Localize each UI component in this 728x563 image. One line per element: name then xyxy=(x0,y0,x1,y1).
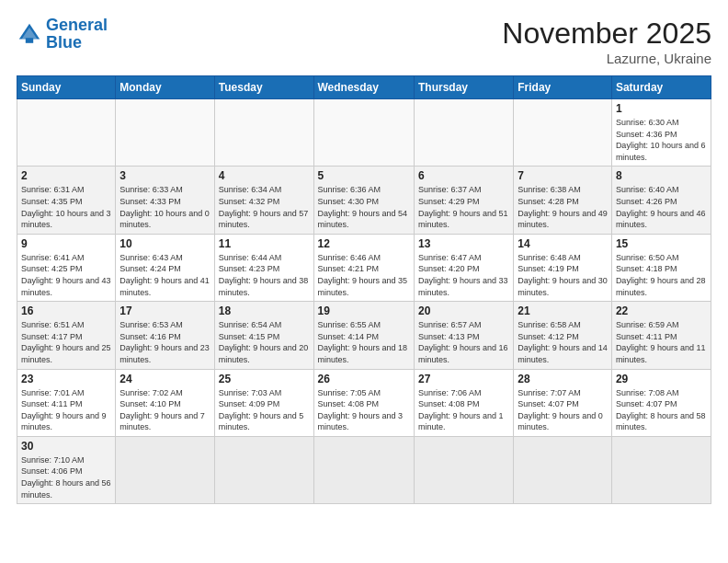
table-row: 24Sunrise: 7:02 AM Sunset: 4:10 PM Dayli… xyxy=(116,369,214,436)
table-row xyxy=(514,99,612,167)
table-row: 29Sunrise: 7:08 AM Sunset: 4:07 PM Dayli… xyxy=(611,369,711,436)
day-number: 25 xyxy=(219,373,310,385)
page: GeneralBlue November 2025 Lazurne, Ukrai… xyxy=(0,0,728,563)
table-row: 20Sunrise: 6:57 AM Sunset: 4:13 PM Dayli… xyxy=(414,302,513,369)
day-number: 26 xyxy=(318,373,410,385)
day-info: Sunrise: 7:05 AM Sunset: 4:08 PM Dayligh… xyxy=(318,387,410,433)
day-number: 16 xyxy=(21,304,111,317)
header-friday: Friday xyxy=(514,76,612,99)
day-number: 3 xyxy=(119,169,210,182)
table-row xyxy=(214,99,313,167)
table-row xyxy=(214,436,313,503)
day-info: Sunrise: 6:46 AM Sunset: 4:21 PM Dayligh… xyxy=(318,252,410,298)
calendar-title: November 2025 xyxy=(502,17,711,51)
day-info: Sunrise: 7:01 AM Sunset: 4:11 PM Dayligh… xyxy=(21,387,111,433)
day-info: Sunrise: 6:57 AM Sunset: 4:13 PM Dayligh… xyxy=(418,319,509,365)
table-row xyxy=(414,436,513,503)
day-info: Sunrise: 6:34 AM Sunset: 4:32 PM Dayligh… xyxy=(219,184,310,230)
table-row: 19Sunrise: 6:55 AM Sunset: 4:14 PM Dayli… xyxy=(313,302,414,369)
table-row xyxy=(611,436,711,503)
day-number: 8 xyxy=(616,169,707,182)
day-number: 15 xyxy=(616,237,707,250)
header-monday: Monday xyxy=(116,76,214,99)
calendar-week-row: 30Sunrise: 7:10 AM Sunset: 4:06 PM Dayli… xyxy=(17,436,711,503)
day-info: Sunrise: 6:58 AM Sunset: 4:12 PM Dayligh… xyxy=(518,319,608,365)
table-row: 12Sunrise: 6:46 AM Sunset: 4:21 PM Dayli… xyxy=(313,234,414,301)
table-row: 14Sunrise: 6:48 AM Sunset: 4:19 PM Dayli… xyxy=(514,234,612,301)
day-info: Sunrise: 7:10 AM Sunset: 4:06 PM Dayligh… xyxy=(21,454,111,500)
day-info: Sunrise: 7:02 AM Sunset: 4:10 PM Dayligh… xyxy=(119,387,210,433)
calendar-week-row: 16Sunrise: 6:51 AM Sunset: 4:17 PM Dayli… xyxy=(17,302,711,369)
table-row: 10Sunrise: 6:43 AM Sunset: 4:24 PM Dayli… xyxy=(116,234,214,301)
day-number: 5 xyxy=(318,169,410,182)
generalblue-logo-icon xyxy=(17,21,42,47)
header-wednesday: Wednesday xyxy=(313,76,414,99)
day-number: 19 xyxy=(318,304,410,317)
day-info: Sunrise: 7:06 AM Sunset: 4:08 PM Dayligh… xyxy=(418,387,509,433)
day-info: Sunrise: 7:08 AM Sunset: 4:07 PM Dayligh… xyxy=(616,387,707,433)
table-row xyxy=(116,99,214,167)
day-number: 27 xyxy=(418,373,509,385)
day-info: Sunrise: 6:53 AM Sunset: 4:16 PM Dayligh… xyxy=(119,319,210,365)
day-info: Sunrise: 6:33 AM Sunset: 4:33 PM Dayligh… xyxy=(119,184,210,230)
day-number: 28 xyxy=(518,373,608,385)
day-number: 20 xyxy=(418,304,509,317)
day-number: 23 xyxy=(21,373,111,385)
table-row: 26Sunrise: 7:05 AM Sunset: 4:08 PM Dayli… xyxy=(313,369,414,436)
table-row: 5Sunrise: 6:36 AM Sunset: 4:30 PM Daylig… xyxy=(313,167,414,234)
day-info: Sunrise: 6:37 AM Sunset: 4:29 PM Dayligh… xyxy=(418,184,509,230)
table-row: 22Sunrise: 6:59 AM Sunset: 4:11 PM Dayli… xyxy=(611,302,711,369)
table-row: 28Sunrise: 7:07 AM Sunset: 4:07 PM Dayli… xyxy=(514,369,612,436)
calendar-header-row: Sunday Monday Tuesday Wednesday Thursday… xyxy=(17,76,711,99)
table-row xyxy=(514,436,612,503)
day-info: Sunrise: 6:40 AM Sunset: 4:26 PM Dayligh… xyxy=(616,184,707,230)
title-block: November 2025 Lazurne, Ukraine xyxy=(502,17,711,66)
day-number: 14 xyxy=(518,237,608,250)
day-number: 30 xyxy=(21,440,111,453)
day-info: Sunrise: 6:48 AM Sunset: 4:19 PM Dayligh… xyxy=(518,252,608,298)
table-row: 17Sunrise: 6:53 AM Sunset: 4:16 PM Dayli… xyxy=(116,302,214,369)
header: GeneralBlue November 2025 Lazurne, Ukrai… xyxy=(17,17,711,66)
day-number: 29 xyxy=(616,373,707,385)
table-row: 18Sunrise: 6:54 AM Sunset: 4:15 PM Dayli… xyxy=(214,302,313,369)
table-row: 4Sunrise: 6:34 AM Sunset: 4:32 PM Daylig… xyxy=(214,167,313,234)
calendar-week-row: 2Sunrise: 6:31 AM Sunset: 4:35 PM Daylig… xyxy=(17,167,711,234)
day-number: 9 xyxy=(21,237,111,250)
svg-rect-2 xyxy=(26,38,33,43)
day-number: 12 xyxy=(318,237,410,250)
day-info: Sunrise: 6:51 AM Sunset: 4:17 PM Dayligh… xyxy=(21,319,111,365)
day-info: Sunrise: 6:43 AM Sunset: 4:24 PM Dayligh… xyxy=(119,252,210,298)
header-tuesday: Tuesday xyxy=(214,76,313,99)
calendar-week-row: 1Sunrise: 6:30 AM Sunset: 4:36 PM Daylig… xyxy=(17,99,711,167)
table-row: 16Sunrise: 6:51 AM Sunset: 4:17 PM Dayli… xyxy=(17,302,116,369)
day-info: Sunrise: 6:38 AM Sunset: 4:28 PM Dayligh… xyxy=(518,184,608,230)
table-row xyxy=(116,436,214,503)
day-info: Sunrise: 6:41 AM Sunset: 4:25 PM Dayligh… xyxy=(21,252,111,298)
day-number: 17 xyxy=(119,304,210,317)
table-row xyxy=(414,99,513,167)
day-info: Sunrise: 6:50 AM Sunset: 4:18 PM Dayligh… xyxy=(616,252,707,298)
table-row: 25Sunrise: 7:03 AM Sunset: 4:09 PM Dayli… xyxy=(214,369,313,436)
table-row: 1Sunrise: 6:30 AM Sunset: 4:36 PM Daylig… xyxy=(611,99,711,167)
day-info: Sunrise: 6:36 AM Sunset: 4:30 PM Dayligh… xyxy=(318,184,410,230)
table-row: 9Sunrise: 6:41 AM Sunset: 4:25 PM Daylig… xyxy=(17,234,116,301)
table-row xyxy=(313,436,414,503)
table-row xyxy=(17,99,116,167)
table-row: 2Sunrise: 6:31 AM Sunset: 4:35 PM Daylig… xyxy=(17,167,116,234)
table-row: 23Sunrise: 7:01 AM Sunset: 4:11 PM Dayli… xyxy=(17,369,116,436)
day-info: Sunrise: 6:54 AM Sunset: 4:15 PM Dayligh… xyxy=(219,319,310,365)
table-row: 6Sunrise: 6:37 AM Sunset: 4:29 PM Daylig… xyxy=(414,167,513,234)
calendar-week-row: 9Sunrise: 6:41 AM Sunset: 4:25 PM Daylig… xyxy=(17,234,711,301)
calendar-table: Sunday Monday Tuesday Wednesday Thursday… xyxy=(17,75,711,504)
day-info: Sunrise: 6:59 AM Sunset: 4:11 PM Dayligh… xyxy=(616,319,707,365)
table-row: 27Sunrise: 7:06 AM Sunset: 4:08 PM Dayli… xyxy=(414,369,513,436)
day-number: 13 xyxy=(418,237,509,250)
table-row: 21Sunrise: 6:58 AM Sunset: 4:12 PM Dayli… xyxy=(514,302,612,369)
day-number: 11 xyxy=(219,237,310,250)
day-number: 22 xyxy=(616,304,707,317)
table-row: 13Sunrise: 6:47 AM Sunset: 4:20 PM Dayli… xyxy=(414,234,513,301)
header-thursday: Thursday xyxy=(414,76,513,99)
calendar-subtitle: Lazurne, Ukraine xyxy=(502,51,711,66)
day-number: 6 xyxy=(418,169,509,182)
table-row: 8Sunrise: 6:40 AM Sunset: 4:26 PM Daylig… xyxy=(611,167,711,234)
